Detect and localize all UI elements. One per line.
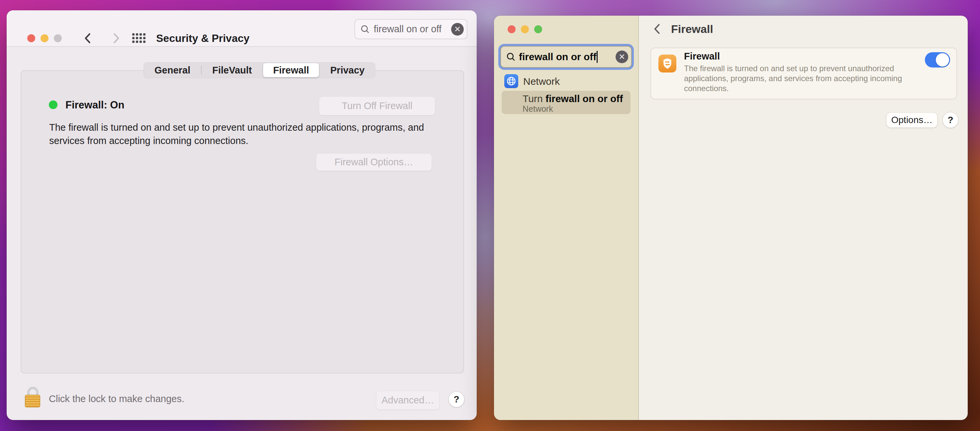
help-button[interactable]: ? — [449, 391, 465, 407]
search-value: firewall on or off — [374, 24, 451, 35]
traffic-light-minimize-icon[interactable] — [41, 34, 48, 42]
result-subtitle: Network — [523, 104, 553, 114]
security-privacy-window: Security & Privacy firewall on or off ✕ … — [6, 10, 477, 420]
tab-content-panel — [21, 70, 464, 374]
options-button[interactable]: Options… — [886, 112, 937, 128]
back-chevron-icon[interactable] — [81, 31, 95, 46]
firewall-card-description: The firewall is turned on and set up to … — [684, 64, 920, 93]
firewall-shield-icon — [659, 54, 676, 72]
firewall-card: Firewall The firewall is turned on and s… — [651, 48, 957, 99]
clear-search-icon[interactable]: ✕ — [451, 23, 464, 35]
search-input[interactable]: firewall on or off ✕ — [355, 19, 468, 39]
clear-search-icon[interactable]: ✕ — [616, 51, 628, 63]
settings-sidebar: firewall on or off ✕ Network Turn firewa… — [494, 16, 639, 420]
traffic-light-minimize-icon[interactable] — [521, 25, 529, 33]
lock-body — [25, 395, 40, 407]
traffic-light-close-icon[interactable] — [27, 34, 35, 42]
text-caret — [597, 51, 598, 63]
search-value: firewall on or off — [519, 51, 596, 62]
tab-general[interactable]: General — [145, 63, 200, 77]
system-settings-window: firewall on or off ✕ Network Turn firewa… — [494, 16, 968, 420]
help-button[interactable]: ? — [942, 112, 958, 128]
tab-firewall[interactable]: Firewall — [263, 63, 319, 77]
tab-bar: General FileVault Firewall Privacy — [144, 62, 375, 78]
firewall-card-title: Firewall — [684, 51, 720, 62]
network-icon — [504, 74, 518, 88]
firewall-status-dot-icon — [49, 101, 57, 109]
firewall-options-button: Firewall Options… — [316, 153, 432, 171]
titlebar: Security & Privacy firewall on or off ✕ — [6, 10, 477, 47]
toggle-knob — [936, 53, 949, 67]
firewall-toggle[interactable] — [925, 52, 950, 67]
result-title: Turn firewall on or off — [523, 93, 623, 104]
firewall-description: The firewall is turned on and set up to … — [49, 121, 433, 147]
forward-chevron-icon — [109, 31, 123, 46]
back-chevron-icon[interactable] — [650, 22, 665, 36]
traffic-light-close-icon[interactable] — [508, 25, 515, 33]
search-icon — [506, 51, 516, 62]
lock-hint-text: Click the lock to make changes. — [49, 393, 185, 404]
show-all-grid-icon[interactable] — [132, 33, 145, 43]
traffic-light-zoom-icon[interactable] — [534, 25, 542, 33]
tab-filevault[interactable]: FileVault — [202, 63, 262, 77]
lock-icon[interactable] — [25, 387, 40, 407]
search-icon — [360, 24, 371, 35]
tab-privacy[interactable]: Privacy — [320, 63, 374, 77]
result-match-text: firewall on or off — [546, 93, 623, 104]
tab-separator — [201, 66, 202, 75]
advanced-button: Advanced… — [376, 391, 439, 410]
firewall-status-label: Firewall: On — [65, 99, 124, 111]
traffic-light-zoom-icon — [54, 34, 62, 42]
search-input[interactable]: firewall on or off ✕ — [500, 46, 632, 68]
turn-off-firewall-button: Turn Off Firewall — [319, 96, 435, 115]
pane-title: Firewall — [671, 22, 713, 35]
sidebar-group-network[interactable]: Network — [523, 76, 560, 87]
window-title: Security & Privacy — [156, 32, 250, 45]
search-result-turn-firewall-on-or-off[interactable]: Turn firewall on or off Network — [502, 91, 630, 114]
